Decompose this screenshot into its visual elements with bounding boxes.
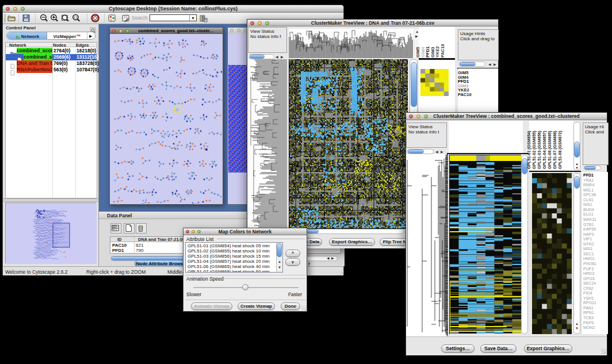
svg-text:1:1: 1:1	[74, 16, 78, 19]
